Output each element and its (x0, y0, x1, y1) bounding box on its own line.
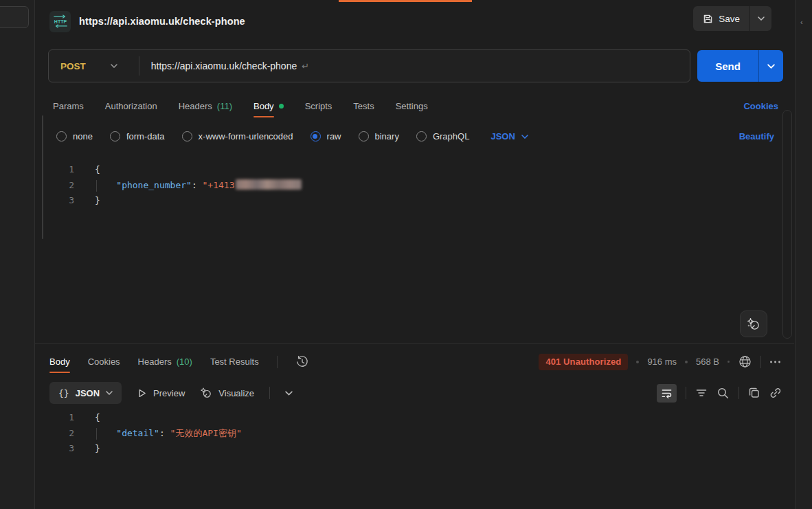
tab-settings[interactable]: Settings (396, 92, 428, 120)
enter-hint-icon: ↵ (302, 61, 309, 71)
body-modified-dot (279, 104, 284, 109)
radio-x-www-form-urlencoded[interactable]: x-www-form-urlencoded (182, 131, 293, 142)
radio-none[interactable]: none (56, 131, 93, 142)
save-button[interactable]: Save (693, 6, 749, 31)
response-tab-body[interactable]: Body (49, 348, 70, 376)
radio-binary[interactable]: binary (359, 131, 399, 142)
api-client-window: ‹ HTTP https://api.xiaomu.uk/check-phone (0, 0, 812, 509)
code-line: 2 "phone_number": "+1413 (35, 178, 780, 194)
tab-headers[interactable]: Headers (11) (179, 92, 232, 120)
active-tab-indicator (339, 0, 472, 2)
postbot-sparkle-icon (747, 317, 760, 331)
code-line: 1 { (35, 162, 780, 178)
response-tab-cookies[interactable]: Cookies (88, 348, 120, 376)
request-url-bar: POST https://api.xiaomu.uk/check-phone ↵ (48, 49, 690, 82)
json-value-visible: "+1413 (203, 180, 235, 190)
radio-raw[interactable]: raw (311, 131, 341, 142)
response-more-options-button[interactable] (769, 357, 781, 367)
history-clock-icon (295, 355, 309, 369)
indent-guide (96, 180, 97, 192)
wrap-text-icon (661, 387, 673, 399)
status-badge[interactable]: 401 Unauthorized (539, 354, 628, 370)
url-input[interactable]: https://api.xiaomu.uk/check-phone (151, 60, 297, 71)
save-split-button: Save (693, 6, 771, 31)
json-value: "无效的API密钥" (170, 428, 242, 438)
wrap-text-button[interactable] (657, 384, 677, 403)
visualize-sparkle-icon (200, 387, 212, 399)
response-format-select[interactable]: {} JSON (49, 382, 122, 404)
braces-icon: {} (58, 388, 69, 398)
chevron-down-icon (285, 391, 293, 396)
tab-authorization[interactable]: Authorization (105, 92, 157, 120)
body-type-selector: none form-data x-www-form-urlencoded raw… (56, 126, 528, 147)
response-history-button[interactable] (295, 355, 309, 369)
request-header: HTTP https://api.xiaomu.uk/check-phone S… (35, 4, 794, 38)
chevron-down-icon (767, 64, 775, 69)
request-title: https://api.xiaomu.uk/check-phone (79, 16, 245, 27)
radio-icon (182, 131, 192, 142)
send-button[interactable]: Send (697, 50, 758, 82)
radio-icon (110, 131, 120, 142)
code-line: 1 { (35, 410, 780, 426)
dot-separator (728, 361, 730, 363)
collapse-response-button[interactable] (285, 391, 293, 396)
save-icon (703, 14, 713, 24)
format-select[interactable]: JSON (490, 131, 528, 142)
link-button[interactable] (769, 387, 782, 399)
response-tab-test-results[interactable]: Test Results (210, 348, 259, 376)
chevron-down-icon (106, 391, 113, 395)
code-line: 3 } (35, 193, 780, 209)
redacted-value-blur (236, 179, 302, 190)
editor-scrollbar-track[interactable] (782, 110, 792, 339)
chevron-down-icon (521, 135, 528, 139)
send-split-button: Send (697, 50, 783, 82)
more-horizontal-icon (769, 357, 781, 367)
radio-form-data[interactable]: form-data (110, 131, 165, 142)
tab-body[interactable]: Body (253, 92, 284, 120)
save-options-button[interactable] (749, 6, 771, 31)
response-tools (657, 382, 782, 404)
response-headers-count-badge: (10) (177, 357, 192, 367)
dot-separator (685, 361, 688, 363)
chevron-left-icon[interactable]: ‹ (800, 18, 803, 26)
preview-button[interactable]: Preview (137, 388, 185, 398)
tab-params[interactable]: Params (53, 92, 84, 120)
copy-button[interactable] (748, 387, 760, 399)
beautify-link[interactable]: Beautify (739, 126, 774, 147)
divider (277, 356, 278, 368)
tab-scripts[interactable]: Scripts (305, 92, 332, 120)
play-icon (137, 388, 147, 398)
tab-tests[interactable]: Tests (353, 92, 374, 120)
send-options-button[interactable] (758, 50, 783, 82)
filter-button[interactable] (695, 387, 708, 399)
visualize-button[interactable]: Visualize (200, 387, 254, 399)
response-size[interactable]: 568 B (696, 357, 719, 367)
network-info-button[interactable] (738, 354, 752, 369)
request-body-editor[interactable]: 1 { 2 "phone_number": "+1413 3 } (35, 162, 780, 209)
cookies-link[interactable]: Cookies (743, 92, 778, 120)
search-button[interactable] (717, 387, 730, 400)
json-key: "phone_number" (116, 180, 192, 190)
save-button-label: Save (719, 14, 740, 24)
chevron-down-icon (758, 16, 765, 21)
response-tabs: Body Cookies Headers (10) Test Results (49, 348, 309, 375)
response-tab-headers[interactable]: Headers (10) (138, 348, 192, 376)
headers-count-badge: (11) (217, 101, 232, 111)
response-body-editor[interactable]: 1 { 2 "detail": "无效的API密钥" 3 } (35, 410, 780, 457)
search-icon (717, 387, 730, 400)
collapsed-sidebar-tab[interactable] (0, 6, 29, 28)
right-rail: ‹ (795, 0, 812, 509)
radio-graphql[interactable]: GraphQL (416, 131, 469, 142)
postbot-button[interactable] (740, 310, 767, 337)
filter-icon (695, 387, 708, 399)
divider (269, 387, 270, 399)
method-selector[interactable]: POST (49, 61, 86, 71)
svg-text:HTTP: HTTP (54, 19, 67, 24)
method-chevron-down-icon[interactable] (111, 64, 117, 68)
divider (738, 387, 739, 399)
indent-guide (96, 428, 97, 440)
response-toolbar: {} JSON Preview Visualize (49, 382, 293, 404)
response-time[interactable]: 916 ms (647, 357, 677, 367)
dot-separator (636, 361, 639, 363)
divider (760, 356, 761, 368)
